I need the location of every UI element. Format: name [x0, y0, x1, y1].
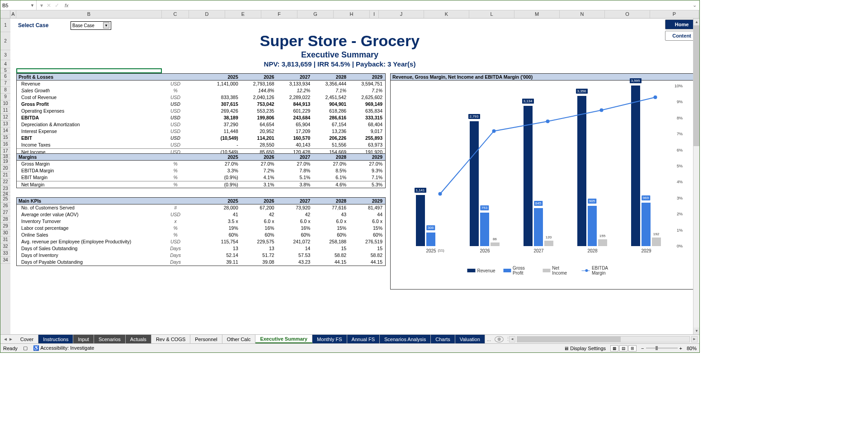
row-header[interactable]: 25: [0, 196, 10, 203]
row-header[interactable]: 4: [0, 60, 10, 68]
row-header[interactable]: 30: [0, 230, 10, 237]
col-header[interactable]: F: [261, 10, 297, 18]
col-header[interactable]: K: [424, 10, 469, 18]
next-sheet-icon[interactable]: ►: [9, 337, 13, 342]
row-header[interactable]: 7: [0, 80, 10, 87]
sheet-tab[interactable]: Actuals: [126, 335, 151, 343]
row-header[interactable]: 11: [0, 107, 10, 114]
vertical-scrollbar[interactable]: ▲ ▼: [693, 19, 699, 334]
row-header[interactable]: 21: [0, 172, 10, 179]
row-header[interactable]: 24: [0, 192, 10, 196]
row-header[interactable]: 19: [0, 158, 10, 165]
sheet-tab[interactable]: Instructions: [38, 335, 73, 343]
scroll-up-icon[interactable]: ▲: [693, 19, 699, 25]
h-scroll-thumb[interactable]: [517, 337, 621, 342]
case-dropdown[interactable]: Base Case ▼: [71, 21, 111, 30]
cancel-icon[interactable]: ✕: [47, 2, 51, 9]
scroll-left-icon[interactable]: ◄: [509, 336, 515, 342]
col-header[interactable]: M: [514, 10, 560, 18]
row-header[interactable]: 1: [0, 19, 10, 32]
sheet-tab[interactable]: Scenarios Analysis: [380, 335, 431, 343]
row-header[interactable]: 5: [0, 68, 10, 73]
zoom-slider[interactable]: − +: [641, 346, 682, 351]
sheet-tab[interactable]: Cover: [16, 335, 38, 343]
col-header[interactable]: L: [469, 10, 514, 18]
row-header[interactable]: 15: [0, 134, 10, 141]
normal-view-icon[interactable]: ▦: [610, 345, 618, 352]
row-header[interactable]: 22: [0, 179, 10, 185]
sheet-tab[interactable]: Annual FS: [347, 335, 380, 343]
col-header[interactable]: P: [650, 10, 699, 18]
col-header[interactable]: O: [605, 10, 650, 18]
zoom-out-icon[interactable]: −: [641, 346, 644, 351]
row-header[interactable]: 3: [0, 50, 10, 60]
col-header[interactable]: E: [225, 10, 261, 18]
sheet-tab[interactable]: Executive Summary: [255, 335, 312, 343]
name-box[interactable]: B5 ▼: [0, 0, 37, 10]
formula-input[interactable]: [71, 5, 690, 6]
cell-value: 3,133,934: [277, 81, 313, 87]
sheet-tab[interactable]: Scenarios: [94, 335, 126, 343]
row-header[interactable]: 31: [0, 237, 10, 243]
sheet-tab[interactable]: Valuation: [455, 335, 485, 343]
svg-point-1: [492, 129, 496, 133]
horizontal-scrollbar[interactable]: ◄ ►: [507, 336, 699, 342]
sheet-tab[interactable]: Personnel: [190, 335, 222, 343]
row-header[interactable]: 20: [0, 165, 10, 172]
row-header[interactable]: 26: [0, 203, 10, 209]
row-header[interactable]: 33: [0, 250, 10, 257]
select-all-corner[interactable]: [0, 10, 10, 18]
row-header[interactable]: 8: [0, 87, 10, 94]
row-header[interactable]: 32: [0, 243, 10, 250]
sheet-tab[interactable]: Charts: [431, 335, 455, 343]
new-sheet-button[interactable]: ⊕: [495, 336, 504, 342]
row-header[interactable]: 28: [0, 216, 10, 223]
chevron-down-icon[interactable]: ▼: [103, 22, 109, 28]
cells-area[interactable]: Select Case Base Case ▼ Home Content Sup…: [10, 19, 699, 334]
row-header[interactable]: 27: [0, 209, 10, 216]
row-header[interactable]: 16: [0, 141, 10, 148]
scroll-thumb[interactable]: [693, 25, 699, 146]
display-settings[interactable]: 🖥 Display Settings: [564, 346, 606, 351]
expand-formula-bar-icon[interactable]: ⌄: [690, 2, 699, 8]
col-header[interactable]: H: [334, 10, 370, 18]
row-header[interactable]: 9: [0, 94, 10, 100]
cell-value: 15%: [349, 225, 385, 232]
fx-label[interactable]: fx: [63, 3, 71, 8]
scroll-down-icon[interactable]: ▼: [693, 328, 699, 334]
page-layout-view-icon[interactable]: ▤: [619, 345, 627, 352]
row-header[interactable]: 14: [0, 128, 10, 134]
tabs-overflow[interactable]: ...: [485, 337, 493, 342]
row-header[interactable]: 29: [0, 223, 10, 230]
zoom-level[interactable]: 80%: [687, 346, 697, 351]
table-row: Operating ExpensesUSD269,426553,235601,2…: [17, 108, 385, 114]
sheet-tab[interactable]: Monthly FS: [312, 335, 347, 343]
prev-sheet-icon[interactable]: ◄: [3, 337, 8, 342]
confirm-icon[interactable]: ✓: [55, 2, 59, 9]
col-header[interactable]: J: [379, 10, 424, 18]
dropdown-icon[interactable]: ▾: [40, 2, 43, 9]
page-break-view-icon[interactable]: ⊞: [628, 345, 637, 352]
row-header[interactable]: 2: [0, 32, 10, 50]
sheet-tab[interactable]: Input: [73, 335, 94, 343]
sheet-tab[interactable]: Other Calc: [222, 335, 256, 343]
zoom-in-icon[interactable]: +: [679, 346, 682, 351]
row-header[interactable]: 34: [0, 257, 10, 264]
macro-record-icon[interactable]: ▢: [23, 345, 28, 351]
col-header[interactable]: C: [162, 10, 189, 18]
accessibility-status[interactable]: ♿ Accessibility: Investigate: [33, 345, 94, 351]
row-header[interactable]: 10: [0, 100, 10, 107]
col-header[interactable]: A: [10, 10, 16, 18]
row-header[interactable]: 6: [0, 73, 10, 80]
col-header[interactable]: G: [297, 10, 334, 18]
row-header[interactable]: 12: [0, 114, 10, 121]
name-box-dropdown-icon[interactable]: ▼: [30, 3, 34, 8]
col-header[interactable]: I: [370, 10, 379, 18]
col-header[interactable]: B: [16, 10, 162, 18]
col-header[interactable]: D: [189, 10, 225, 18]
scroll-right-icon[interactable]: ►: [691, 336, 698, 342]
row-header[interactable]: 18: [0, 155, 10, 158]
row-header[interactable]: 13: [0, 121, 10, 128]
col-header[interactable]: N: [560, 10, 605, 18]
sheet-tab[interactable]: Rev & COGS: [151, 335, 190, 343]
